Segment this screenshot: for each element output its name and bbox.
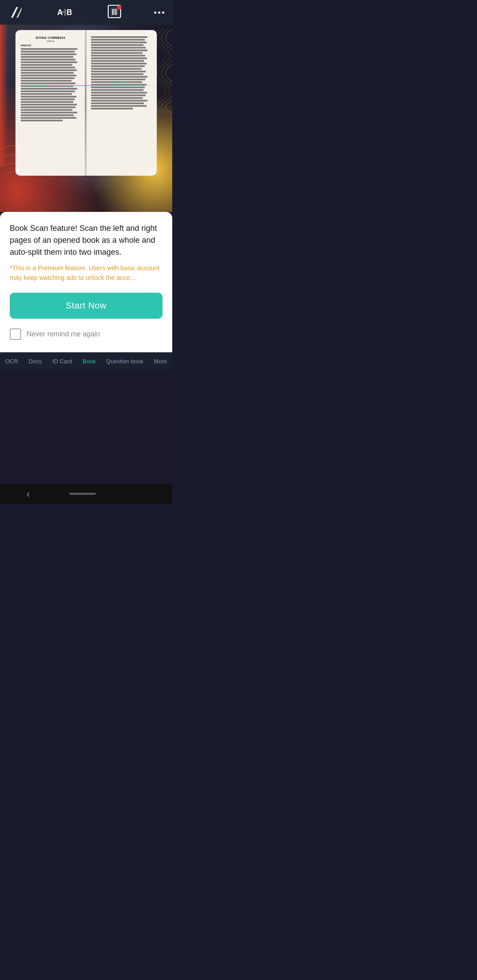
book-text — [21, 59, 76, 60]
book-text — [21, 69, 77, 71]
book-text — [91, 102, 144, 104]
book-text — [91, 41, 147, 43]
book-text — [21, 88, 77, 90]
tab-ocr-label: OCR — [5, 358, 18, 365]
feature-description: Book Scan feature! Scan the left and rig… — [10, 222, 163, 258]
never-remind-label: Never remind me again — [26, 330, 100, 338]
tab-question-book[interactable]: Question book — [103, 357, 147, 366]
scan-corner-br — [147, 166, 155, 174]
tab-more[interactable]: More — [150, 357, 170, 366]
book-text — [21, 67, 75, 68]
scan-corner-tr — [147, 32, 155, 40]
scan-mode-icon[interactable]: 目 — [106, 4, 122, 21]
book-section: PREFACE — [21, 44, 80, 47]
book-text — [21, 48, 77, 50]
scan-corner-bl — [17, 166, 25, 174]
svg-text:B: B — [66, 8, 72, 17]
book-text — [91, 97, 143, 99]
book-text — [21, 53, 76, 55]
book-text — [21, 77, 75, 79]
book-text — [21, 75, 76, 76]
book-text — [21, 61, 77, 63]
camera-view: DIVINA COMMEDIA Inferno PREFACE — [0, 0, 172, 212]
book-text — [21, 90, 75, 92]
book-text — [91, 87, 145, 88]
book-text — [91, 60, 144, 62]
tab-id-card-label: ID Card — [52, 358, 72, 365]
feature-card: Book Scan feature! Scan the left and rig… — [0, 212, 172, 352]
book-text — [21, 106, 76, 108]
book-text — [21, 80, 72, 82]
book-text — [21, 83, 76, 84]
book-text — [91, 55, 145, 57]
bottom-tabs: OCR Docs ID Card Book Question book More — [0, 352, 172, 369]
book-page-left: DIVINA COMMEDIA Inferno PREFACE — [15, 30, 85, 176]
tab-book-label: Book — [83, 358, 96, 365]
book-text — [21, 114, 74, 116]
ab-translate-icon[interactable]: A B — [57, 6, 75, 19]
tab-ocr[interactable]: OCR — [2, 357, 22, 366]
book-text — [91, 100, 148, 102]
book-title: DIVINA COMMEDIA — [21, 36, 80, 39]
book-text — [91, 92, 147, 94]
book-text — [91, 44, 144, 46]
svg-marker-0 — [11, 7, 18, 18]
tab-docs[interactable]: Docs — [25, 357, 45, 366]
back-button[interactable]: ‹ — [26, 488, 30, 500]
tab-question-book-label: Question book — [106, 358, 144, 365]
book-text — [91, 94, 146, 96]
book-text — [21, 72, 74, 74]
book-scan-area: DIVINA COMMEDIA Inferno PREFACE — [15, 30, 157, 176]
dark-area — [0, 369, 172, 484]
book-text — [21, 112, 77, 113]
tab-book[interactable]: Book — [79, 357, 99, 366]
book-open: DIVINA COMMEDIA Inferno PREFACE — [15, 30, 157, 176]
premium-notice: *This is a Premium feature. Users with b… — [10, 264, 163, 283]
book-text — [91, 49, 148, 51]
book-text — [91, 108, 133, 109]
book-text — [91, 65, 145, 67]
book-text — [91, 47, 146, 49]
tab-id-card[interactable]: ID Card — [49, 357, 76, 366]
deco-red-stripe — [0, 25, 8, 166]
book-text — [91, 63, 147, 64]
never-remind-checkbox[interactable] — [10, 328, 21, 340]
book-text — [21, 51, 75, 53]
scan-corner-tl — [17, 32, 25, 40]
book-text — [21, 93, 72, 95]
book-text — [91, 39, 145, 41]
book-text — [21, 117, 76, 119]
book-text — [91, 105, 147, 107]
book-page-right — [87, 30, 157, 176]
book-text — [91, 57, 147, 59]
tab-more-label: More — [154, 358, 167, 365]
book-text — [21, 104, 77, 106]
svg-text:目: 目 — [111, 8, 117, 15]
never-remind-row: Never remind me again — [10, 327, 163, 343]
book-text — [91, 68, 142, 70]
book-text — [91, 81, 142, 83]
start-now-button[interactable]: Start Now — [10, 293, 163, 319]
book-text — [21, 64, 72, 66]
scan-line — [15, 85, 157, 86]
book-text — [91, 73, 144, 75]
book-text — [91, 79, 145, 80]
book-subtitle: Inferno — [21, 40, 80, 42]
book-text — [21, 109, 72, 111]
more-menu-button[interactable] — [154, 11, 164, 14]
book-text — [21, 120, 63, 121]
home-pill[interactable] — [69, 493, 96, 495]
book-text — [21, 56, 73, 58]
book-text — [21, 98, 75, 100]
book-text — [21, 96, 76, 98]
logo-button[interactable] — [8, 4, 25, 21]
book-text — [91, 52, 143, 54]
book-text — [91, 76, 148, 78]
system-navigation-bar: ‹ — [0, 484, 172, 504]
book-text — [91, 89, 144, 91]
tab-docs-label: Docs — [29, 358, 42, 365]
book-text — [91, 36, 148, 38]
top-bar: A B 目 — [0, 0, 172, 25]
book-text — [91, 71, 146, 72]
book-text — [21, 101, 73, 103]
